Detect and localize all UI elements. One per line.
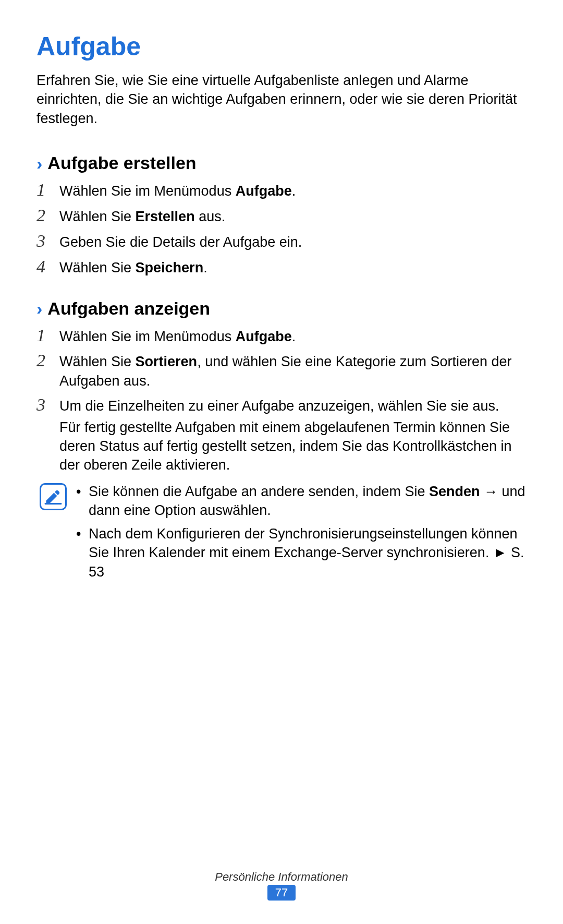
- text-span: aus.: [195, 209, 226, 224]
- note-bullet-item: • Sie können die Aufgabe an andere sende…: [76, 482, 527, 520]
- step-number: 2: [36, 350, 59, 371]
- step-text: Wählen Sie Erstellen aus.: [59, 205, 527, 226]
- step-text: Wählen Sie Sortieren, und wählen Sie ein…: [59, 350, 527, 390]
- bold-term: Senden: [429, 484, 480, 499]
- step-number: 3: [36, 394, 59, 416]
- pencil-note-icon: [44, 487, 63, 506]
- text-span: Wählen Sie im Menümodus: [59, 183, 236, 199]
- footer-section-label: Persönliche Informationen: [0, 870, 563, 884]
- step-paragraph: Um die Einzelheiten zu einer Aufgabe anz…: [59, 397, 527, 415]
- text-span: Sie können die Aufgabe an andere senden,…: [89, 484, 429, 499]
- step-item: 1 Wählen Sie im Menümodus Aufgabe.: [36, 179, 527, 201]
- step-text: Wählen Sie Speichern.: [59, 256, 527, 277]
- bold-term: Erstellen: [136, 209, 195, 224]
- section-heading-label: Aufgabe erstellen: [47, 153, 196, 173]
- step-item: 1 Wählen Sie im Menümodus Aufgabe.: [36, 325, 527, 346]
- section-heading-label: Aufgaben anzeigen: [47, 298, 210, 319]
- section-heading-view: › Aufgaben anzeigen: [36, 298, 527, 319]
- bullet-icon: •: [76, 482, 89, 501]
- page-number-badge: 77: [267, 885, 296, 901]
- intro-paragraph: Erfahren Sie, wie Sie eine virtuelle Auf…: [36, 71, 527, 128]
- section-heading-create: › Aufgabe erstellen: [36, 153, 527, 173]
- document-page: Aufgabe Erfahren Sie, wie Sie eine virtu…: [0, 0, 563, 924]
- bullet-icon: •: [76, 524, 89, 543]
- step-text: Um die Einzelheiten zu einer Aufgabe anz…: [59, 394, 527, 475]
- step-paragraph: Für fertig gestellte Aufgaben mit einem …: [59, 418, 527, 475]
- step-number: 1: [36, 179, 59, 201]
- steps-list-create: 1 Wählen Sie im Menümodus Aufgabe. 2 Wäh…: [36, 179, 527, 277]
- step-text: Geben Sie die Details der Aufgabe ein.: [59, 231, 527, 251]
- page-footer: Persönliche Informationen 77: [0, 870, 563, 901]
- step-text: Wählen Sie im Menümodus Aufgabe.: [59, 179, 527, 200]
- note-text: Nach dem Konfigurieren der Synchronisier…: [89, 524, 527, 581]
- step-number: 4: [36, 256, 59, 278]
- step-item: 2 Wählen Sie Erstellen aus.: [36, 205, 527, 226]
- step-number: 3: [36, 231, 59, 252]
- page-title: Aufgabe: [36, 31, 527, 62]
- text-span: .: [292, 183, 296, 199]
- text-span: Wählen Sie: [59, 209, 136, 224]
- note-icon: [40, 483, 67, 510]
- step-item: 3 Geben Sie die Details der Aufgabe ein.: [36, 231, 527, 252]
- note-bullet-item: • Nach dem Konfigurieren der Synchronisi…: [76, 524, 527, 581]
- note-text: Sie können die Aufgabe an andere senden,…: [89, 482, 527, 520]
- bold-term: Aufgabe: [236, 329, 292, 344]
- text-span: .: [203, 260, 207, 275]
- bold-term: Aufgabe: [236, 183, 292, 199]
- step-item: 3 Um die Einzelheiten zu einer Aufgabe a…: [36, 394, 527, 475]
- step-item: 2 Wählen Sie Sortieren, und wählen Sie e…: [36, 350, 527, 390]
- step-number: 2: [36, 205, 59, 226]
- note-block: • Sie können die Aufgabe an andere sende…: [36, 482, 527, 585]
- chevron-icon: ›: [36, 154, 42, 172]
- step-text: Wählen Sie im Menümodus Aufgabe.: [59, 325, 527, 346]
- bold-term: Speichern: [136, 260, 204, 275]
- chevron-icon: ›: [36, 299, 42, 317]
- text-span: Wählen Sie: [59, 354, 136, 369]
- steps-list-view: 1 Wählen Sie im Menümodus Aufgabe. 2 Wäh…: [36, 325, 527, 475]
- text-span: .: [292, 329, 296, 344]
- text-span: Wählen Sie im Menümodus: [59, 329, 236, 344]
- note-list: • Sie können die Aufgabe an andere sende…: [76, 482, 527, 585]
- text-span: Wählen Sie: [59, 260, 136, 275]
- step-number: 1: [36, 325, 59, 346]
- bold-term: Sortieren: [136, 354, 198, 369]
- step-item: 4 Wählen Sie Speichern.: [36, 256, 527, 278]
